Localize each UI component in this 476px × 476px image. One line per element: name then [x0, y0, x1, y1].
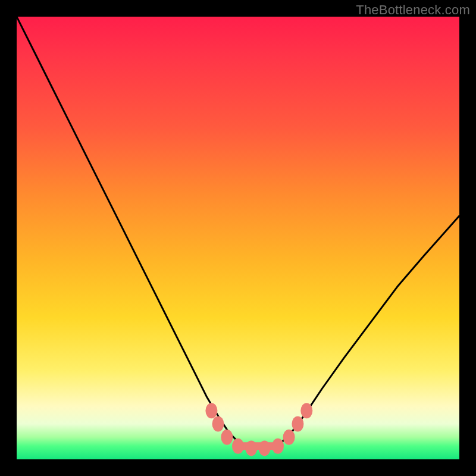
- curve-marker: [245, 440, 257, 456]
- plot-area: [17, 17, 459, 459]
- curve-markers: [205, 403, 312, 456]
- curve-marker: [212, 416, 224, 432]
- curve-svg: [17, 17, 459, 459]
- bottleneck-curve: [17, 17, 459, 448]
- curve-marker: [283, 430, 295, 445]
- watermark-text: TheBottleneck.com: [356, 2, 470, 18]
- curve-marker: [259, 440, 271, 456]
- curve-marker: [221, 430, 233, 445]
- chart-frame: TheBottleneck.com: [0, 0, 476, 476]
- curve-marker: [232, 439, 244, 454]
- curve-marker: [300, 403, 312, 418]
- curve-marker: [205, 403, 217, 418]
- curve-marker: [292, 416, 303, 432]
- curve-marker: [272, 439, 284, 454]
